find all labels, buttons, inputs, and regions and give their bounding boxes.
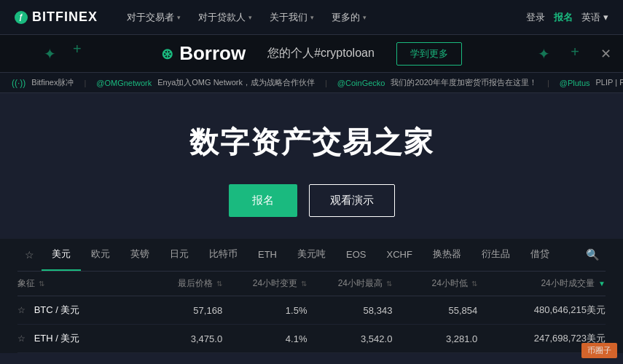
chevron-down-icon: ▾ (248, 14, 252, 21)
low-btc: 55,854 (392, 296, 477, 325)
hero-buttons: 报名 观看演示 (15, 184, 608, 217)
nav-links: 对于交易者 ▾ 对于贷款人 ▾ 关于我们 ▾ 更多的 ▾ (119, 7, 526, 28)
market-table: 象征 ⇅ 最后价格 ⇅ 24小时变更 ⇅ 24小时最高 ⇅ 24小时低 ⇅ (17, 272, 606, 353)
sort-icon[interactable]: ⇅ (216, 280, 222, 288)
promo-decoration-2: + (73, 41, 82, 58)
ticker-item-2: 我们的2020年年度加密货币报告在这里！ (391, 77, 536, 88)
low-eth: 3,281.0 (392, 325, 477, 353)
hero-title: 数字资产交易之家 (15, 122, 608, 162)
ticker-sep-1: | (325, 79, 327, 87)
signup-button[interactable]: 报名 (229, 184, 297, 217)
sort-icon[interactable]: ⇅ (471, 280, 477, 288)
chevron-down-icon: ▾ (363, 14, 367, 21)
table-row: ☆ BTC / 美元 57,168 1.5% 58,343 55,854 480… (17, 296, 606, 325)
sort-icon-active[interactable]: ▼ (598, 280, 606, 288)
tab-eur[interactable]: 欧元 (81, 239, 120, 271)
nav-traders[interactable]: 对于交易者 ▾ (119, 7, 188, 28)
tab-star[interactable]: ☆ (17, 240, 42, 269)
chevron-down-icon: ▾ (177, 14, 181, 21)
ticker-at-1: @OMGnetwork (96, 79, 152, 87)
ticker-sep-0: | (84, 79, 86, 87)
col-header-symbol: 象征 ⇅ (17, 272, 116, 296)
promo-subtitle: 您的个人#cryptoloan (267, 46, 375, 61)
nav-about[interactable]: 关于我们 ▾ (262, 7, 321, 28)
col-header-price: 最后价格 ⇅ (116, 272, 222, 296)
col-header-high: 24小时最高 ⇅ (307, 272, 392, 296)
sort-icon[interactable]: ⇅ (386, 280, 392, 288)
change-btc: 1.5% (222, 296, 307, 325)
tab-xchf[interactable]: XCHF (376, 240, 422, 270)
chevron-down-icon: ▾ (310, 14, 314, 21)
col-header-low: 24小时低 ⇅ (392, 272, 477, 296)
nav-right: 登录 报名 英语 ▾ (526, 11, 608, 24)
navbar: ƒ BITFINEX 对于交易者 ▾ 对于贷款人 ▾ 关于我们 ▾ 更多的 ▾ … (0, 0, 623, 35)
market-section: ☆ 美元 欧元 英镑 日元 比特币 ETH 美元吨 EOS XCHF 换热器 衍… (0, 239, 623, 353)
nav-lenders[interactable]: 对于贷款人 ▾ (191, 7, 259, 28)
search-icon[interactable]: 🔍 (580, 240, 606, 270)
ticker-sep-2: | (547, 79, 549, 87)
price-btc: 57,168 (116, 296, 222, 325)
pair-btc: BTC / 美元 (34, 304, 80, 315)
tab-eos[interactable]: EOS (336, 240, 376, 270)
sort-icon[interactable]: ⇅ (301, 280, 307, 288)
high-btc: 58,343 (307, 296, 392, 325)
nav-more[interactable]: 更多的 ▾ (324, 7, 374, 28)
promo-cta-button[interactable]: 学到更多 (396, 42, 462, 66)
change-eth: 4.1% (222, 325, 307, 353)
ticker-item-1: Enya加入OMG Network，成为战略合作伙伴 (157, 77, 315, 88)
language-selector[interactable]: 英语 ▾ (581, 11, 608, 24)
tab-derivatives2[interactable]: 衍生品 (471, 239, 520, 271)
demo-button[interactable]: 观看演示 (309, 184, 395, 217)
promo-borrow-label: ⊛ Borrow (161, 42, 246, 65)
pair-eth: ETH / 美元 (34, 333, 80, 344)
price-eth: 3,475.0 (116, 325, 222, 353)
tab-gbp[interactable]: 英镑 (120, 239, 160, 271)
sort-icon[interactable]: ⇅ (39, 280, 44, 288)
chevron-down-icon: ▾ (603, 12, 608, 23)
signup-link[interactable]: 报名 (554, 11, 573, 24)
ticker-item-3: PLIP | Pluton流动 (596, 77, 623, 88)
ticker-item-0: Bitfinex脉冲 (31, 77, 74, 88)
tab-jpy[interactable]: 日元 (160, 239, 199, 271)
star-btc[interactable]: ☆ (17, 305, 31, 315)
logo[interactable]: ƒ BITFINEX (15, 9, 98, 25)
tab-usdt[interactable]: 美元吨 (287, 239, 336, 271)
high-eth: 3,542.0 (307, 325, 392, 353)
hero-section: 数字资产交易之家 报名 观看演示 (0, 93, 623, 239)
volume-btc: 480,646,215美元 (477, 296, 606, 325)
col-header-volume: 24小时成交量 ▼ (477, 272, 606, 296)
tab-btc[interactable]: 比特币 (199, 239, 248, 271)
close-icon[interactable]: ✕ (600, 46, 611, 62)
promo-decoration-4: + (571, 44, 579, 60)
ticker-pulse: ((·)) (12, 78, 26, 88)
logo-text: BITFINEX (32, 9, 98, 25)
market-tabs: ☆ 美元 欧元 英镑 日元 比特币 ETH 美元吨 EOS XCHF 换热器 衍… (17, 239, 606, 272)
logo-icon: ƒ (15, 11, 28, 24)
login-link[interactable]: 登录 (526, 11, 545, 24)
col-header-change: 24小时变更 ⇅ (222, 272, 307, 296)
tab-eth[interactable]: ETH (248, 240, 287, 270)
borrow-icon: ⊛ (161, 45, 173, 63)
ticker-at-3: @Plutus (560, 79, 590, 87)
table-row: ☆ ETH / 美元 3,475.0 4.1% 3,542.0 3,281.0 … (17, 325, 606, 353)
tab-lending[interactable]: 借贷 (520, 239, 560, 271)
star-eth[interactable]: ☆ (17, 333, 31, 344)
ticker-at-2: @CoinGecko (337, 79, 385, 87)
ticker-bar: ((·)) Bitfinex脉冲 | @OMGnetwork Enya加入OMG… (0, 73, 623, 93)
watermark: 币圈子 (581, 343, 617, 358)
tab-usd[interactable]: 美元 (42, 239, 81, 271)
promo-decoration-1: ✦ (44, 45, 56, 63)
promo-decoration-3: ✦ (538, 45, 550, 63)
tab-derivatives[interactable]: 换热器 (423, 239, 471, 271)
promo-banner: ✦ + ✦ + ⊛ Borrow 您的个人#cryptoloan 学到更多 ✕ (0, 35, 623, 73)
